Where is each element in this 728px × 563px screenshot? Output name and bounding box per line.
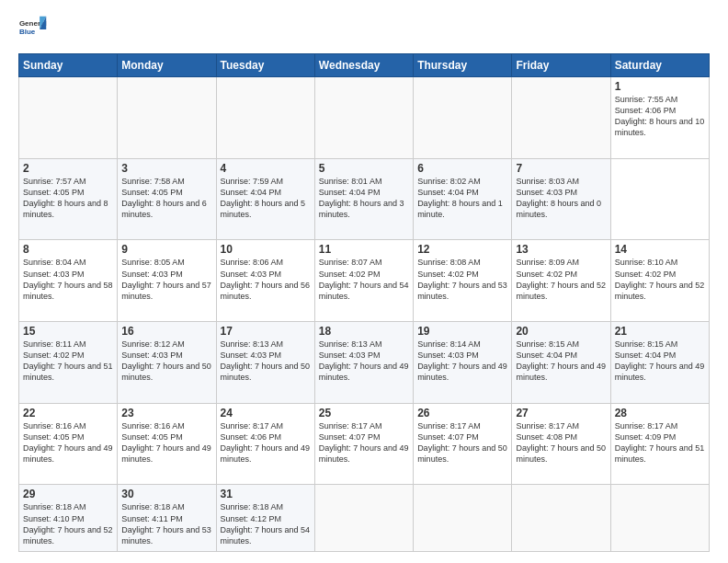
- calendar-cell: 2Sunrise: 7:57 AMSunset: 4:05 PMDaylight…: [19, 158, 118, 240]
- day-number: 8: [23, 243, 113, 256]
- calendar-header-thursday: Thursday: [414, 54, 512, 77]
- cell-info: Sunrise: 7:59 AMSunset: 4:04 PMDaylight:…: [221, 177, 306, 219]
- calendar-cell: [414, 485, 512, 552]
- cell-info: Sunrise: 8:17 AMSunset: 4:07 PMDaylight:…: [319, 421, 409, 464]
- calendar-header-tuesday: Tuesday: [216, 54, 314, 77]
- cell-info: Sunrise: 8:16 AMSunset: 4:05 PMDaylight:…: [121, 421, 211, 464]
- cell-info: Sunrise: 8:02 AMSunset: 4:04 PMDaylight:…: [417, 177, 503, 219]
- cell-info: Sunrise: 8:18 AMSunset: 4:12 PMDaylight:…: [221, 502, 311, 545]
- calendar-cell: [414, 77, 512, 159]
- calendar-cell: 31Sunrise: 8:18 AMSunset: 4:12 PMDayligh…: [216, 485, 314, 552]
- calendar-cell: 15Sunrise: 8:11 AMSunset: 4:02 PMDayligh…: [19, 322, 118, 404]
- day-number: 4: [221, 162, 311, 175]
- calendar-week-row: 29Sunrise: 8:18 AMSunset: 4:10 PMDayligh…: [19, 485, 710, 552]
- svg-text:Blue: Blue: [19, 28, 36, 36]
- calendar-cell: 20Sunrise: 8:15 AMSunset: 4:04 PMDayligh…: [512, 322, 610, 404]
- calendar-cell: 24Sunrise: 8:17 AMSunset: 4:06 PMDayligh…: [216, 403, 314, 485]
- calendar-cell: 7Sunrise: 8:03 AMSunset: 4:03 PMDaylight…: [512, 158, 610, 240]
- day-number: 5: [319, 162, 409, 175]
- calendar-cell: 29Sunrise: 8:18 AMSunset: 4:10 PMDayligh…: [19, 485, 118, 552]
- cell-info: Sunrise: 8:04 AMSunset: 4:03 PMDaylight:…: [23, 258, 113, 300]
- calendar-cell: 22Sunrise: 8:16 AMSunset: 4:05 PMDayligh…: [19, 403, 118, 485]
- cell-info: Sunrise: 7:58 AMSunset: 4:05 PMDaylight:…: [121, 177, 207, 219]
- calendar-cell: 11Sunrise: 8:07 AMSunset: 4:02 PMDayligh…: [314, 240, 413, 322]
- cell-info: Sunrise: 8:03 AMSunset: 4:03 PMDaylight:…: [516, 177, 601, 219]
- generalblue-logo-icon: General Blue: [18, 15, 48, 44]
- calendar-cell: [314, 77, 413, 159]
- day-number: 29: [23, 488, 113, 500]
- calendar-cell: 21Sunrise: 8:15 AMSunset: 4:04 PMDayligh…: [610, 322, 709, 404]
- cell-info: Sunrise: 8:09 AMSunset: 4:02 PMDaylight:…: [516, 258, 606, 300]
- day-number: 16: [121, 325, 211, 338]
- calendar-cell: 13Sunrise: 8:09 AMSunset: 4:02 PMDayligh…: [512, 240, 610, 322]
- calendar-cell: 3Sunrise: 7:58 AMSunset: 4:05 PMDaylight…: [118, 158, 216, 240]
- calendar-cell: 17Sunrise: 8:13 AMSunset: 4:03 PMDayligh…: [216, 322, 314, 404]
- calendar-cell: 5Sunrise: 8:01 AMSunset: 4:04 PMDaylight…: [314, 158, 413, 240]
- cell-info: Sunrise: 8:18 AMSunset: 4:10 PMDaylight:…: [23, 502, 113, 545]
- day-number: 9: [121, 243, 211, 256]
- day-number: 12: [417, 243, 507, 256]
- calendar-header-friday: Friday: [512, 54, 610, 77]
- calendar-cell: 25Sunrise: 8:17 AMSunset: 4:07 PMDayligh…: [314, 403, 413, 485]
- cell-info: Sunrise: 7:55 AMSunset: 4:06 PMDaylight:…: [615, 95, 705, 137]
- day-number: 24: [221, 407, 311, 419]
- cell-info: Sunrise: 8:14 AMSunset: 4:03 PMDaylight:…: [417, 339, 507, 382]
- day-number: 3: [121, 162, 211, 175]
- cell-info: Sunrise: 8:16 AMSunset: 4:05 PMDaylight:…: [23, 421, 113, 464]
- calendar-cell: 4Sunrise: 7:59 AMSunset: 4:04 PMDaylight…: [216, 158, 314, 240]
- day-number: 7: [516, 162, 606, 175]
- calendar-week-row: 1Sunrise: 7:55 AMSunset: 4:06 PMDaylight…: [19, 77, 710, 159]
- calendar-cell: [118, 77, 216, 159]
- calendar-header-monday: Monday: [118, 54, 216, 77]
- day-number: 11: [319, 243, 409, 256]
- logo: General Blue: [18, 15, 48, 44]
- calendar-cell: 27Sunrise: 8:17 AMSunset: 4:08 PMDayligh…: [512, 403, 610, 485]
- calendar-cell: 26Sunrise: 8:17 AMSunset: 4:07 PMDayligh…: [414, 403, 512, 485]
- day-number: 2: [23, 162, 113, 175]
- day-number: 25: [319, 407, 409, 419]
- calendar-cell: 18Sunrise: 8:13 AMSunset: 4:03 PMDayligh…: [314, 322, 413, 404]
- calendar-cell: [512, 485, 610, 552]
- calendar-table: SundayMondayTuesdayWednesdayThursdayFrid…: [18, 53, 710, 552]
- calendar-cell: [512, 77, 610, 159]
- calendar-cell: 23Sunrise: 8:16 AMSunset: 4:05 PMDayligh…: [118, 403, 216, 485]
- cell-info: Sunrise: 8:08 AMSunset: 4:02 PMDaylight:…: [417, 258, 507, 300]
- calendar-week-row: 15Sunrise: 8:11 AMSunset: 4:02 PMDayligh…: [19, 322, 710, 404]
- calendar-cell: [216, 77, 314, 159]
- cell-info: Sunrise: 8:17 AMSunset: 4:08 PMDaylight:…: [516, 421, 606, 464]
- calendar-cell: 14Sunrise: 8:10 AMSunset: 4:02 PMDayligh…: [610, 240, 709, 322]
- calendar-cell: 30Sunrise: 8:18 AMSunset: 4:11 PMDayligh…: [118, 485, 216, 552]
- day-number: 21: [615, 325, 705, 338]
- cell-info: Sunrise: 8:18 AMSunset: 4:11 PMDaylight:…: [121, 502, 211, 545]
- cell-info: Sunrise: 8:17 AMSunset: 4:06 PMDaylight:…: [221, 421, 311, 464]
- cell-info: Sunrise: 8:07 AMSunset: 4:02 PMDaylight:…: [319, 258, 409, 300]
- day-number: 30: [121, 488, 211, 500]
- calendar-header-sunday: Sunday: [19, 54, 118, 77]
- day-number: 13: [516, 243, 606, 256]
- cell-info: Sunrise: 8:11 AMSunset: 4:02 PMDaylight:…: [23, 339, 113, 382]
- day-number: 10: [221, 243, 311, 256]
- cell-info: Sunrise: 8:15 AMSunset: 4:04 PMDaylight:…: [516, 339, 606, 382]
- cell-info: Sunrise: 8:13 AMSunset: 4:03 PMDaylight:…: [319, 339, 409, 382]
- day-number: 19: [417, 325, 507, 338]
- day-number: 28: [615, 407, 705, 419]
- calendar-cell: [314, 485, 413, 552]
- calendar-cell: 6Sunrise: 8:02 AMSunset: 4:04 PMDaylight…: [414, 158, 512, 240]
- cell-info: Sunrise: 8:15 AMSunset: 4:04 PMDaylight:…: [615, 339, 705, 382]
- calendar-cell: 9Sunrise: 8:05 AMSunset: 4:03 PMDaylight…: [118, 240, 216, 322]
- header: General Blue: [18, 15, 710, 44]
- calendar-cell: 12Sunrise: 8:08 AMSunset: 4:02 PMDayligh…: [414, 240, 512, 322]
- day-number: 20: [516, 325, 606, 338]
- day-number: 27: [516, 407, 606, 419]
- calendar-week-row: 22Sunrise: 8:16 AMSunset: 4:05 PMDayligh…: [19, 403, 710, 485]
- calendar-cell: 8Sunrise: 8:04 AMSunset: 4:03 PMDaylight…: [19, 240, 118, 322]
- calendar-cell: 1Sunrise: 7:55 AMSunset: 4:06 PMDaylight…: [610, 77, 709, 159]
- page: General Blue SundayMondayTuesdayWednesda…: [0, 0, 728, 563]
- calendar-header-wednesday: Wednesday: [314, 54, 413, 77]
- cell-info: Sunrise: 7:57 AMSunset: 4:05 PMDaylight:…: [23, 177, 108, 219]
- calendar-cell: 16Sunrise: 8:12 AMSunset: 4:03 PMDayligh…: [118, 322, 216, 404]
- calendar-header-saturday: Saturday: [610, 54, 709, 77]
- cell-info: Sunrise: 8:10 AMSunset: 4:02 PMDaylight:…: [615, 258, 705, 300]
- day-number: 17: [221, 325, 311, 338]
- day-number: 26: [417, 407, 507, 419]
